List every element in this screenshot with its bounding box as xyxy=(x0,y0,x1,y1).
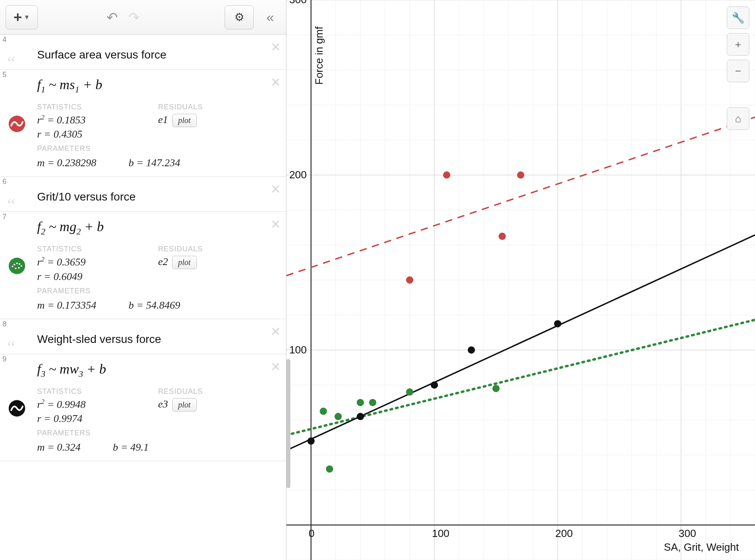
plus-icon: + xyxy=(735,38,741,51)
data-point xyxy=(554,320,561,327)
undo-button[interactable]: ↶ xyxy=(106,9,118,25)
zoom-out-button[interactable]: − xyxy=(727,60,749,82)
y-axis-label: Force in gmf xyxy=(313,27,325,85)
home-icon: ⌂ xyxy=(735,113,741,125)
data-point xyxy=(406,276,413,284)
regression-formula[interactable]: f3 ~ mw3 + b xyxy=(37,360,277,383)
param-b: b = 147.234 xyxy=(129,157,180,169)
delete-row-button[interactable]: × xyxy=(271,216,280,232)
plot-residuals-button[interactable]: plot xyxy=(172,256,197,269)
data-point xyxy=(369,399,376,406)
parameters-header: PARAMETERS xyxy=(37,144,277,153)
param-m: m = 0.324 xyxy=(37,441,81,453)
note-text[interactable]: Grit/10 versus force xyxy=(37,182,277,206)
data-point xyxy=(307,437,315,445)
plot-residuals-button[interactable]: plot xyxy=(172,398,197,412)
data-point xyxy=(431,381,438,389)
r-value: r = 0.9974 xyxy=(37,413,126,425)
zoom-in-button[interactable]: + xyxy=(727,33,749,56)
row-number: 4 xyxy=(2,36,6,44)
graph-controls: 🔧 + − ⌂ xyxy=(727,6,749,130)
series-color-badge[interactable] xyxy=(6,255,28,277)
residual-var: e3plot xyxy=(158,398,247,412)
svg-point-3 xyxy=(14,264,15,265)
residuals-header: RESIDUALS xyxy=(158,103,247,111)
regression-row[interactable]: 7 × f2 ~ mg2 + b STATISTICS r2 = 0.3659 … xyxy=(0,212,286,319)
undo-redo-group: ↶ ↷ xyxy=(106,9,140,25)
fit-line xyxy=(286,235,755,450)
data-point xyxy=(517,171,524,179)
residuals-header: RESIDUALS xyxy=(158,387,247,396)
collapse-panel-button[interactable]: « xyxy=(260,9,280,25)
regression-formula[interactable]: f2 ~ mg2 + b xyxy=(37,217,277,241)
settings-button[interactable]: ⚙ xyxy=(225,5,254,29)
statistics-header: STATISTICS xyxy=(37,245,126,253)
regression-formula[interactable]: f1 ~ ms1 + b xyxy=(37,75,277,99)
panel-scrollbar[interactable] xyxy=(286,0,292,560)
r-squared-value: r2 = 0.1853 xyxy=(37,114,126,126)
expression-list: 4 ×“ Surface area versus force5 × f1 ~ m… xyxy=(0,35,286,560)
parameters-header: PARAMETERS xyxy=(37,429,277,437)
delete-row-button[interactable]: × xyxy=(271,323,280,339)
residuals-header: RESIDUALS xyxy=(158,245,247,253)
toolbar: +▼ ↶ ↷ ⚙ « xyxy=(0,0,286,35)
row-number: 9 xyxy=(2,355,6,364)
series-color-badge[interactable] xyxy=(6,113,28,135)
note-text[interactable]: Weight-sled versus force xyxy=(37,325,277,348)
data-point xyxy=(498,233,506,240)
delete-row-button[interactable]: × xyxy=(271,358,280,374)
dropdown-caret-icon: ▼ xyxy=(24,14,30,21)
data-point xyxy=(326,465,333,472)
series-color-badge[interactable] xyxy=(6,397,28,420)
graph-pane[interactable]: 0100200300100200300 Force in gmf SA, Gri… xyxy=(286,0,755,560)
param-m: m = 0.173354 xyxy=(37,299,96,311)
delete-row-button[interactable]: × xyxy=(271,181,280,197)
note-row[interactable]: 4 ×“ Surface area versus force xyxy=(0,35,286,70)
regression-row[interactable]: 5 × f1 ~ ms1 + b STATISTICS r2 = 0.1853 … xyxy=(0,70,286,177)
graph-settings-button[interactable]: 🔧 xyxy=(727,6,749,29)
plus-icon: + xyxy=(14,9,22,26)
data-point xyxy=(406,389,413,396)
regression-row[interactable]: 9 × f3 ~ mw3 + b STATISTICS r2 = 0.9948 … xyxy=(0,354,286,461)
gear-icon: ⚙ xyxy=(234,10,244,24)
data-point xyxy=(468,347,475,354)
x-tick-label: 200 xyxy=(555,527,573,539)
statistics-header: STATISTICS xyxy=(37,387,126,396)
svg-point-1 xyxy=(9,258,25,274)
data-point xyxy=(492,385,500,392)
statistics-header: STATISTICS xyxy=(37,103,126,111)
svg-point-7 xyxy=(18,267,20,269)
svg-point-5 xyxy=(19,263,20,265)
add-expression-button[interactable]: +▼ xyxy=(6,5,38,29)
svg-point-6 xyxy=(21,265,22,267)
row-number: 5 xyxy=(2,71,6,79)
home-button[interactable]: ⌂ xyxy=(727,107,749,130)
r-squared-value: r2 = 0.3659 xyxy=(37,256,126,268)
x-tick-label: 0 xyxy=(309,527,314,539)
note-row[interactable]: 8 ×“ Weight-sled versus force xyxy=(0,319,286,354)
residual-var: e2plot xyxy=(158,256,247,269)
delete-row-button[interactable]: × xyxy=(271,74,280,90)
redo-button[interactable]: ↷ xyxy=(128,9,140,25)
scrollbar-thumb[interactable] xyxy=(286,359,290,488)
r-value: r = 0.6049 xyxy=(37,271,126,283)
data-point xyxy=(320,407,327,415)
svg-point-8 xyxy=(15,268,17,270)
delete-row-button[interactable]: × xyxy=(271,39,280,55)
minus-icon: − xyxy=(735,65,741,77)
note-text[interactable]: Surface area versus force xyxy=(37,40,277,64)
parameters-header: PARAMETERS xyxy=(37,287,277,295)
row-number: 7 xyxy=(2,213,6,221)
param-b: b = 54.8469 xyxy=(129,299,180,311)
row-number: 8 xyxy=(2,320,6,328)
data-point xyxy=(334,413,342,420)
x-tick-label: 100 xyxy=(432,527,449,539)
data-point xyxy=(357,399,364,406)
plot-residuals-button[interactable]: plot xyxy=(172,114,197,127)
note-row[interactable]: 6 ×“ Grit/10 versus force xyxy=(0,177,286,212)
data-point xyxy=(443,171,450,179)
r-squared-value: r2 = 0.9948 xyxy=(37,398,126,411)
graph-canvas[interactable]: 0100200300100200300 xyxy=(286,0,755,560)
expression-panel: +▼ ↶ ↷ ⚙ « 4 ×“ Surface area versus forc… xyxy=(0,0,286,560)
svg-point-4 xyxy=(16,263,18,264)
